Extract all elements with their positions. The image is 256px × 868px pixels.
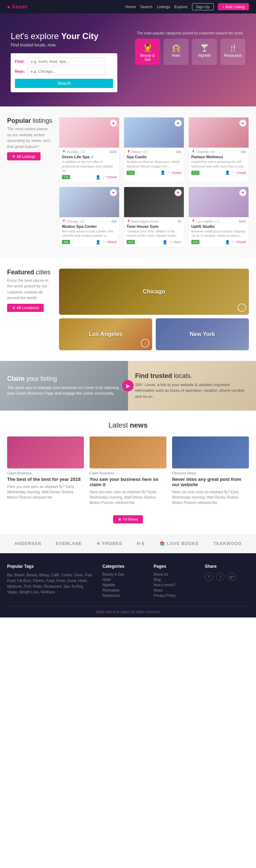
listing-card-5[interactable]: ♥ 📍 West Higgins Road... $$ Tone House G… <box>124 187 184 247</box>
news-card-1[interactable]: Claim Business The best of the best for … <box>7 436 84 505</box>
city-arrow-la[interactable]: ↓ <box>141 339 149 347</box>
status-2: Closed <box>171 171 181 175</box>
news-grid: Claim Business The best of the best for … <box>7 436 249 505</box>
card-icons-1: 👤 ↗ Closed <box>96 175 117 180</box>
category-nightlife[interactable]: 🍸 Nightlife <box>192 39 217 65</box>
cities-grid: Chicago ↓ Los Angeles ↓ New York <box>59 269 249 350</box>
popular-tags-title: Popular Tags <box>7 564 95 569</box>
claim-left-content: Claim your listing The quick way to mana… <box>7 375 121 396</box>
footer-page-how[interactable]: How it works? <box>154 583 198 587</box>
footer-cat-recreation[interactable]: Recreation <box>102 588 146 592</box>
favorite-button-2[interactable]: ♥ <box>175 120 182 127</box>
footer-categories-title: Categories <box>102 564 146 569</box>
footer-cat-nightlife[interactable]: Nightlife <box>102 583 146 587</box>
share-icon-3: ↗ <box>231 170 235 175</box>
footer-cat-restaurant[interactable]: Restaurant <box>102 594 146 598</box>
listing-card-4[interactable]: ♥ 📍 Chicago, US $$$ Wudoo Spa Center Bor… <box>59 187 119 247</box>
card-icons-3: 👤 ↗ Closed <box>225 170 246 175</box>
nav-search[interactable]: Search <box>140 5 153 9</box>
all-listings-button[interactable]: ⊕ All Listings <box>7 152 41 160</box>
card-image-6: ♥ <box>189 187 249 217</box>
footer-popular-tags: Popular Tags Bar, Beach, Beauty, Biking,… <box>7 564 95 599</box>
news-section: Latest news Claim Business The best of t… <box>0 411 256 534</box>
circle-icon-2: ⊕ <box>12 306 15 310</box>
pin-icon-2: 📍 <box>127 150 130 154</box>
near-input[interactable] <box>27 67 106 75</box>
popular-section: Popular listings The most visited places… <box>0 106 256 258</box>
popular-cats-label: The most popular categories picked by cu… <box>135 31 245 35</box>
city-label-chicago: Chicago <box>143 289 165 295</box>
footer-page-about[interactable]: About Us <box>154 572 198 576</box>
all-news-button[interactable]: ⊕ All News <box>113 515 143 523</box>
claim-play-button[interactable]: ▶ <box>122 380 134 391</box>
popular-categories: The most popular categories picked by cu… <box>135 31 245 65</box>
favorite-button-6[interactable]: ♥ <box>239 189 246 196</box>
category-hotel[interactable]: 🏨 Hotel <box>164 39 188 65</box>
city-chicago[interactable]: Chicago ↓ <box>59 269 249 315</box>
brand-andersen: ANDERSEN <box>15 541 41 546</box>
listing-card-2[interactable]: ♥ 📍 Denver, CO $$$ Spa Castle Multiple p… <box>124 117 184 182</box>
beauty-spa-icon: 💆 <box>139 44 156 52</box>
favorite-button-3[interactable]: ♥ <box>239 120 246 127</box>
hero-section: Let's explore Your City Find trusted loc… <box>0 13 256 106</box>
category-beauty-spa[interactable]: 💆 Beauty & Spa <box>135 39 160 65</box>
share-icon-5: ↗ <box>169 240 172 245</box>
hotel-label: Hotel <box>167 54 185 57</box>
search-button[interactable]: Search <box>15 79 113 88</box>
navbar: ● lisner Home Search Listings Explore Si… <box>0 0 256 13</box>
city-los-angeles[interactable]: Los Angeles ↓ <box>59 318 152 350</box>
claim-right-panel: Find trusted locals. SAY: Lisner, a link… <box>128 361 256 411</box>
logo-accent: ● <box>7 4 10 10</box>
listing-card-1[interactable]: ♥ 📍 Brooklyn, US $$$$ Green Life Spa ✔ I… <box>59 117 119 182</box>
featured-header: Featured cities Enjoy the best places in… <box>7 269 53 312</box>
footer-page-privacy[interactable]: Privacy Policy <box>154 594 198 598</box>
claim-left-panel: Claim your listing The quick way to mana… <box>0 361 128 411</box>
footer: Popular Tags Bar, Beach, Beauty, Biking,… <box>0 553 256 617</box>
nav-explore[interactable]: Explore <box>174 5 187 9</box>
news-card-2[interactable]: Claim Business You saw your business her… <box>90 436 166 505</box>
twitter-icon[interactable]: t <box>216 572 225 581</box>
footer-page-blog[interactable]: Blog <box>154 578 198 582</box>
pin-icon: 📍 <box>62 150 66 154</box>
footer-cat-beauty[interactable]: Beauty & Spa <box>102 572 146 576</box>
user-icon-2: 👤 <box>160 170 165 175</box>
google-plus-icon[interactable]: g+ <box>228 572 236 581</box>
signup-button[interactable]: Sign Up <box>192 3 214 10</box>
add-listing-button[interactable]: + Add Listing <box>218 3 249 10</box>
featured-heading: Featured cities <box>7 269 53 276</box>
facebook-icon[interactable]: f <box>205 572 213 581</box>
news-title-3: Never miss any great post from our websi… <box>172 477 249 487</box>
card-name-4: Wudoo Spa Center <box>62 224 117 229</box>
nav-listings[interactable]: Listings <box>157 5 170 9</box>
nav-home[interactable]: Home <box>126 5 136 9</box>
listing-card-6[interactable]: ♥ 📍 Los Angeles, CA $$$$ Uplift Studio B… <box>188 187 249 247</box>
footer-page-news[interactable]: News <box>154 588 198 592</box>
card-desc-1: In addition to the rich offer of profess… <box>62 160 117 173</box>
pin-icon-3: 📍 <box>191 150 195 154</box>
footer-bottom: Made with ♥ by poles. All rights reserve… <box>7 606 249 614</box>
city-arrow-chicago[interactable]: ↓ <box>238 303 246 312</box>
card-desc-6: Between small group classes (topping out… <box>191 229 246 238</box>
listing-card-3[interactable]: ♥ 📍 Charlotte, NC $$$ Parlour Wellness I… <box>188 117 249 182</box>
find-input[interactable] <box>27 57 106 65</box>
card-name-5: Tone House Gym <box>127 224 181 229</box>
favorite-button-4[interactable]: ♥ <box>110 189 117 196</box>
brands-section: ANDERSEN EVERLANE ☀ FROBES H·E 📚 LOVE BO… <box>0 534 256 553</box>
city-new-york[interactable]: New York <box>156 318 249 350</box>
favorite-button-1[interactable]: ♥ <box>110 120 117 127</box>
all-locations-button[interactable]: ⊕ All Locations <box>7 304 44 312</box>
news-body-3: Have you ever seen an elephant fly? Earl… <box>172 489 249 505</box>
card-desc-4: Born and raised in East London, this col… <box>62 229 117 238</box>
news-image-2 <box>90 436 166 468</box>
footer-cat-hotel[interactable]: Hotel <box>102 578 146 582</box>
category-restaurant[interactable]: 🍴 Restaurant <box>220 39 245 65</box>
news-body-2: Have you ever seen an elephant fly? Earl… <box>90 489 166 505</box>
news-tag-1: Claim Business <box>7 471 84 475</box>
favorite-button-5[interactable]: ♥ <box>175 189 182 196</box>
user-icon-3: 👤 <box>225 170 230 175</box>
card-content-1: 📍 Brooklyn, US $$$$ Green Life Spa ✔ In … <box>59 148 119 182</box>
user-icon-6: 👤 <box>225 240 230 245</box>
news-card-3[interactable]: Directory News Never miss any great post… <box>172 436 249 505</box>
claim-right-content: Find trusted locals. SAY: Lisner, a link… <box>135 372 249 400</box>
user-icon-5: 👤 <box>162 240 167 245</box>
